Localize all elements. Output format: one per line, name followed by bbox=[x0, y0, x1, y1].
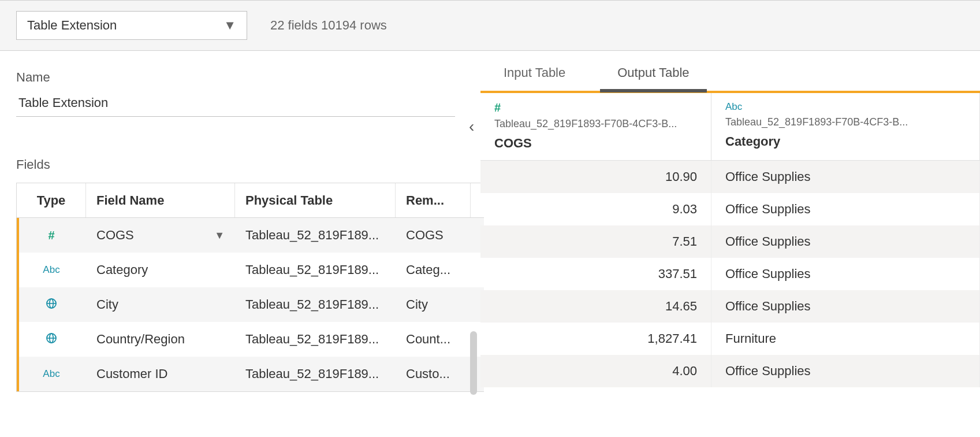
table-row[interactable]: 9.03Office Supplies bbox=[480, 193, 980, 225]
tab-input-table[interactable]: Input Table bbox=[504, 65, 565, 91]
col-field-name[interactable]: Field Name bbox=[86, 183, 235, 217]
category-cell: Office Supplies bbox=[711, 161, 980, 193]
field-row[interactable]: CityTableau_52_819F189...City bbox=[17, 287, 484, 322]
field-name-cell[interactable]: COGS▼ bbox=[86, 218, 235, 253]
chevron-down-icon[interactable]: ▼ bbox=[214, 229, 225, 242]
remote-name-cell: COGS bbox=[396, 218, 471, 253]
globe-icon bbox=[46, 298, 57, 312]
abc-icon: Abc bbox=[43, 264, 59, 276]
field-name-cell[interactable]: Category bbox=[86, 253, 235, 287]
output-col-name: COGS bbox=[494, 136, 697, 151]
category-cell: Office Supplies bbox=[711, 355, 980, 387]
field-type-cell[interactable]: Abc bbox=[17, 357, 86, 391]
field-name-cell[interactable]: City bbox=[86, 287, 235, 322]
remote-name-cell: Custo... bbox=[396, 357, 471, 391]
left-pane: Name Fields Type Field Name Physical Tab… bbox=[0, 54, 480, 437]
output-col-source: Tableau_52_819F1893-F70B-4CF3-B... bbox=[494, 118, 697, 130]
category-cell: Furniture bbox=[711, 323, 980, 355]
abc-icon: Abc bbox=[725, 101, 742, 112]
table-row[interactable]: 7.51Office Supplies bbox=[480, 225, 980, 258]
field-type-cell[interactable]: Abc bbox=[17, 253, 86, 287]
output-table: # Tableau_52_819F1893-F70B-4CF3-B... COG… bbox=[480, 91, 980, 387]
cogs-cell: 14.65 bbox=[480, 290, 711, 323]
physical-table-cell: Tableau_52_819F189... bbox=[235, 357, 396, 391]
col-physical[interactable]: Physical Table bbox=[235, 183, 396, 217]
table-name-input[interactable] bbox=[16, 92, 455, 117]
fields-scrollbar[interactable] bbox=[470, 331, 477, 395]
category-cell: Office Supplies bbox=[711, 193, 980, 225]
table-row[interactable]: 4.00Office Supplies bbox=[480, 355, 980, 387]
output-col-name: Category bbox=[725, 134, 966, 149]
cogs-cell: 1,827.41 bbox=[480, 323, 711, 355]
physical-table-cell: Tableau_52_819F189... bbox=[235, 218, 396, 253]
table-row[interactable]: 337.51Office Supplies bbox=[480, 258, 980, 290]
cogs-cell: 7.51 bbox=[480, 225, 711, 258]
name-label: Name bbox=[16, 70, 480, 85]
table-row[interactable]: 1,827.41Furniture bbox=[480, 323, 980, 355]
field-row[interactable]: AbcCategoryTableau_52_819F189...Categ... bbox=[17, 253, 484, 287]
fields-header-row: Type Field Name Physical Table Rem... bbox=[17, 183, 484, 218]
physical-table-cell: Tableau_52_819F189... bbox=[235, 322, 396, 357]
field-row[interactable]: Country/RegionTableau_52_819F189...Count… bbox=[17, 322, 484, 357]
datasource-dropdown[interactable]: Table Extension ▼ bbox=[16, 11, 247, 40]
output-col-source: Tableau_52_819F1893-F70B-4CF3-B... bbox=[725, 116, 966, 128]
toolbar: Table Extension ▼ 22 fields 10194 rows bbox=[0, 0, 980, 51]
field-type-cell[interactable] bbox=[17, 287, 86, 322]
tab-output-table[interactable]: Output Table bbox=[617, 65, 689, 91]
cogs-cell: 10.90 bbox=[480, 161, 711, 193]
physical-table-cell: Tableau_52_819F189... bbox=[235, 287, 396, 322]
remote-name-cell: City bbox=[396, 287, 471, 322]
hash-icon: # bbox=[48, 229, 54, 242]
main-content: ‹ Name Fields Type Field Name Physical T… bbox=[0, 54, 980, 437]
chevron-down-icon: ▼ bbox=[223, 18, 236, 33]
right-pane: Input Table Output Table # Tableau_52_81… bbox=[480, 54, 980, 437]
abc-icon: Abc bbox=[43, 368, 59, 380]
output-col-cogs[interactable]: # Tableau_52_819F1893-F70B-4CF3-B... COG… bbox=[480, 93, 711, 161]
output-col-category[interactable]: Abc Tableau_52_819F1893-F70B-4CF3-B... C… bbox=[711, 93, 980, 161]
remote-name-cell: Count... bbox=[396, 322, 471, 357]
row-count-summary: 22 fields 10194 rows bbox=[270, 18, 387, 33]
table-row[interactable]: 10.90Office Supplies bbox=[480, 161, 980, 193]
cogs-cell: 337.51 bbox=[480, 258, 711, 290]
field-name-cell[interactable]: Customer ID bbox=[86, 357, 235, 391]
col-remote[interactable]: Rem... bbox=[396, 183, 471, 217]
remote-name-cell: Categ... bbox=[396, 253, 471, 287]
col-type[interactable]: Type bbox=[17, 183, 86, 217]
fields-label: Fields bbox=[16, 157, 480, 172]
fields-table: Type Field Name Physical Table Rem... #C… bbox=[16, 183, 484, 392]
globe-icon bbox=[46, 332, 57, 347]
field-name-cell[interactable]: Country/Region bbox=[86, 322, 235, 357]
datasource-dropdown-value: Table Extension bbox=[27, 18, 117, 33]
physical-table-cell: Tableau_52_819F189... bbox=[235, 253, 396, 287]
table-tabs: Input Table Output Table bbox=[480, 54, 980, 91]
category-cell: Office Supplies bbox=[711, 290, 980, 323]
category-cell: Office Supplies bbox=[711, 258, 980, 290]
table-row[interactable]: 14.65Office Supplies bbox=[480, 290, 980, 323]
field-row[interactable]: AbcCustomer IDTableau_52_819F189...Custo… bbox=[17, 357, 484, 391]
hash-icon: # bbox=[494, 101, 501, 114]
field-type-cell[interactable]: # bbox=[17, 218, 86, 253]
field-type-cell[interactable] bbox=[17, 322, 86, 357]
category-cell: Office Supplies bbox=[711, 225, 980, 258]
output-table-header: # Tableau_52_819F1893-F70B-4CF3-B... COG… bbox=[480, 93, 980, 161]
field-row[interactable]: #COGS▼Tableau_52_819F189...COGS bbox=[17, 218, 484, 253]
cogs-cell: 9.03 bbox=[480, 193, 711, 225]
cogs-cell: 4.00 bbox=[480, 355, 711, 387]
